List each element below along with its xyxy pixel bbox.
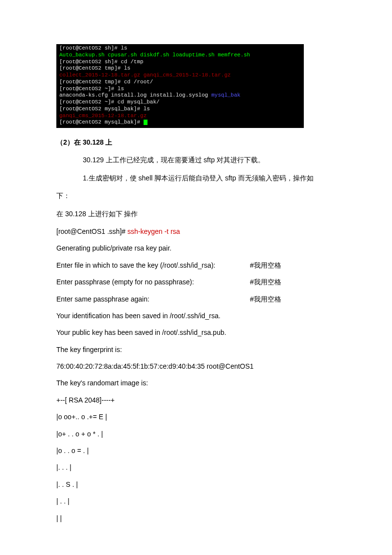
terminal-line: [root@CentOS2 mysql_bak]# — [59, 119, 301, 126]
terminal-text: mysql_bak — [211, 92, 240, 98]
randomart-line: |o+ . . o + o * . | — [56, 429, 336, 439]
terminal-line: collect_2015-12-18.tar.gz ganqi_cms_2015… — [59, 72, 301, 79]
paragraph-intro: 30.129 上工作已经完成，现在需要通过 sftp 对其进行下载。 — [56, 154, 336, 165]
terminal-line: ganqi_cms_2015-12-18.tar.gz — [59, 113, 301, 120]
paragraph-step1-b: 下： — [56, 190, 336, 201]
terminal-text: [root@CentOS2 sh]# cd /tmp — [59, 59, 144, 65]
randomart-line: | | — [56, 513, 336, 524]
comment-text: #我用空格 — [250, 277, 336, 287]
terminal-text: [root@CentOS2 mysql_bak]# ls — [59, 106, 150, 112]
randomart-line: +--[ RSA 2048]----+ — [56, 395, 336, 405]
randomart-block: +--[ RSA 2048]----+|o oo+.. o .+= E ||o+… — [56, 395, 336, 524]
section-heading: （2）在 30.128 上 — [56, 137, 336, 148]
cursor-icon — [144, 120, 147, 125]
output-enter-file: Enter file in which to save the key (/ro… — [56, 260, 336, 271]
comment-text: #我用空格 — [250, 294, 336, 304]
output-id-saved: Your identification has been saved in /r… — [56, 310, 336, 321]
terminal-line: Auto_backup.sh cpusar.sh diskdf.sh loadu… — [59, 52, 301, 59]
terminal-screenshot: [root@CentOS2 sh]# lsAuto_backup.sh cpus… — [56, 44, 304, 128]
command-line: [root@CentOS1 .ssh]# ssh-keygen -t rsa — [56, 226, 336, 237]
terminal-line: [root@CentOS2 mysql_bak]# ls — [59, 106, 301, 113]
terminal-text: [root@CentOS2 ~]# cd mysql_bak/ — [59, 99, 160, 105]
terminal-line: [root@CentOS2 ~]# cd mysql_bak/ — [59, 99, 301, 106]
output-passphrase-again: Enter same passphrase again: #我用空格 — [56, 294, 336, 304]
output-fingerprint: 76:00:40:20:72:8a:da:45:5f:1b:57:ce:d9:4… — [56, 361, 336, 372]
command-text: ssh-keygen -t rsa — [127, 227, 180, 235]
terminal-text: collect_2015-12-18.tar.gz ganqi_cms_2015… — [59, 72, 231, 78]
randomart-line: | . . | — [56, 496, 336, 506]
output-randomart-label: The key's randomart image is: — [56, 378, 336, 388]
prompt-text: Enter file in which to save the key (/ro… — [56, 260, 250, 271]
terminal-text: [root@CentOS2 tmp]# ls — [59, 65, 130, 71]
paragraph-location: 在 30.128 上进行如下 操作 — [56, 208, 336, 219]
randomart-line: |. . S . | — [56, 479, 336, 490]
comment-text: #我用空格 — [250, 260, 336, 271]
shell-prompt: [root@CentOS1 .ssh]# — [56, 227, 127, 235]
terminal-text: ganqi_cms_2015-12-18.tar.gz — [59, 113, 147, 119]
terminal-text: Auto_backup.sh cpusar.sh diskdf.sh loadu… — [59, 52, 250, 58]
prompt-text: Enter passphrase (empty for no passphras… — [56, 277, 250, 287]
terminal-text: [root@CentOS2 mysql_bak]# — [59, 119, 144, 125]
paragraph-step1-a: 1.生成密钥对，使 shell 脚本运行后能自动登入 sftp 而无须输入密码，… — [56, 173, 336, 183]
terminal-line: [root@CentOS2 sh]# ls — [59, 45, 301, 52]
prompt-text: Enter same passphrase again: — [56, 294, 250, 304]
terminal-line: [root@CentOS2 sh]# cd /tmp — [59, 59, 301, 66]
terminal-text: anaconda-ks.cfg install.log install.log.… — [59, 92, 211, 98]
output-pubkey-saved: Your public key has been saved in /root/… — [56, 327, 336, 338]
terminal-text: [root@CentOS2 tmp]# cd /root/ — [59, 79, 153, 85]
terminal-line: [root@CentOS2 tmp]# ls — [59, 65, 301, 72]
randomart-line: |o . . o = . | — [56, 445, 336, 456]
randomart-line: |. . . | — [56, 462, 336, 473]
terminal-text: [root@CentOS2 ~]# ls — [59, 86, 124, 92]
terminal-line: anaconda-ks.cfg install.log install.log.… — [59, 92, 301, 99]
randomart-line: |o oo+.. o .+= E | — [56, 411, 336, 422]
terminal-line: [root@CentOS2 ~]# ls — [59, 86, 301, 93]
output-generating: Generating public/private rsa key pair. — [56, 243, 336, 253]
terminal-text: [root@CentOS2 sh]# ls — [59, 45, 127, 51]
terminal-line: [root@CentOS2 tmp]# cd /root/ — [59, 79, 301, 86]
output-fingerprint-label: The key fingerprint is: — [56, 344, 336, 355]
output-enter-passphrase: Enter passphrase (empty for no passphras… — [56, 277, 336, 287]
